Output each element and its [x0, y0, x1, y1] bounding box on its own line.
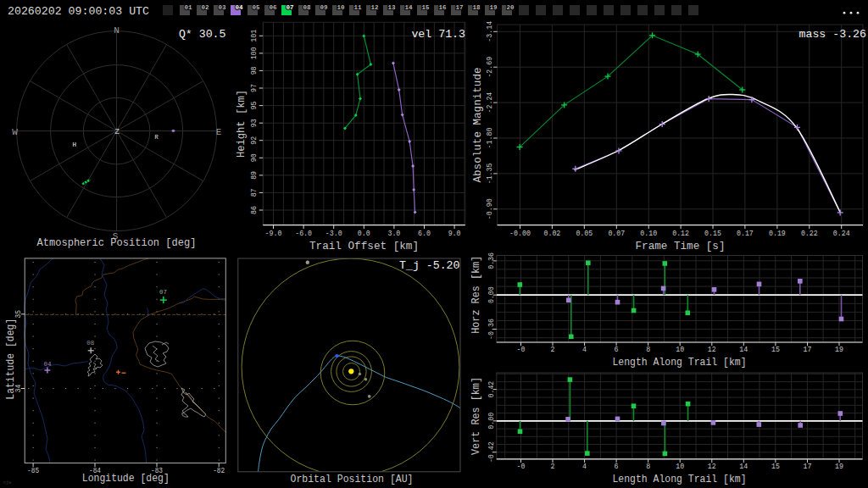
svg-text:07: 07 — [287, 4, 294, 11]
svg-text:16: 16 — [439, 4, 447, 11]
svg-text:T_j -5.20: T_j -5.20 — [399, 259, 460, 272]
svg-text:14: 14 — [739, 463, 748, 471]
svg-text:4: 4 — [582, 463, 587, 471]
svg-text:Z: Z — [114, 127, 120, 136]
svg-text:W: W — [12, 127, 18, 137]
svg-text:15: 15 — [771, 346, 780, 354]
svg-text:E: E — [216, 127, 222, 137]
svg-text:6.0: 6.0 — [418, 230, 431, 238]
svg-text:-3.0: -3.0 — [326, 230, 342, 238]
svg-text:-0.90: -0.90 — [486, 198, 494, 219]
svg-text:0.02: 0.02 — [544, 230, 561, 238]
svg-text:2: 2 — [551, 346, 555, 354]
svg-text:8: 8 — [646, 346, 650, 354]
svg-text:Longitude [deg]: Longitude [deg] — [82, 473, 170, 485]
svg-text:0.24: 0.24 — [833, 230, 850, 238]
svg-text:17: 17 — [804, 346, 812, 354]
svg-text:6: 6 — [615, 463, 619, 471]
svg-text:0.00: 0.00 — [487, 413, 496, 430]
svg-text:98: 98 — [250, 66, 259, 75]
svg-text:-6.0: -6.0 — [295, 230, 312, 238]
svg-text:17: 17 — [804, 463, 812, 471]
svg-text:2: 2 — [551, 463, 555, 471]
svg-text:12: 12 — [708, 346, 716, 354]
svg-text:12: 12 — [708, 463, 716, 471]
svg-text:Latitude [deg]: Latitude [deg] — [5, 319, 17, 400]
svg-text:4: 4 — [582, 346, 587, 354]
svg-text:-82: -82 — [213, 467, 225, 475]
svg-text:9.0: 9.0 — [448, 230, 461, 238]
svg-text:19: 19 — [490, 4, 498, 11]
svg-text:04: 04 — [236, 4, 243, 11]
svg-text:07: 07 — [159, 289, 167, 296]
svg-text:0.15: 0.15 — [704, 230, 721, 238]
svg-text:12: 12 — [371, 4, 379, 11]
svg-text:15: 15 — [771, 463, 780, 471]
svg-text:Atmospheric Position [deg]: Atmospheric Position [deg] — [37, 237, 197, 249]
svg-text:Absolute Magnitude: Absolute Magnitude — [472, 68, 484, 183]
svg-text:vel 71.3: vel 71.3 — [411, 28, 465, 41]
svg-text:35: 35 — [14, 310, 23, 319]
svg-text:19: 19 — [835, 463, 843, 471]
svg-text:86: 86 — [250, 206, 259, 214]
svg-text:-1.35: -1.35 — [486, 164, 494, 185]
svg-text:06: 06 — [270, 4, 277, 11]
svg-text:-0: -0 — [517, 346, 526, 354]
svg-text:6: 6 — [615, 346, 619, 354]
svg-text:14: 14 — [739, 346, 748, 354]
svg-text:-2.24: -2.24 — [486, 92, 494, 114]
svg-text:0.12: 0.12 — [672, 230, 689, 238]
svg-text:11: 11 — [354, 4, 362, 11]
svg-text:-0.42: -0.42 — [487, 441, 496, 463]
svg-text:0.36: 0.36 — [487, 252, 496, 269]
svg-text:87: 87 — [250, 188, 259, 197]
svg-text:01: 01 — [185, 4, 192, 11]
svg-text:-9.0: -9.0 — [265, 230, 282, 238]
svg-text:N: N — [114, 25, 120, 36]
svg-text:10: 10 — [337, 4, 345, 11]
svg-text:0.0: 0.0 — [358, 230, 370, 238]
svg-text:05: 05 — [253, 4, 260, 11]
svg-text:97: 97 — [250, 84, 259, 92]
svg-text:17: 17 — [456, 4, 464, 11]
svg-text:0.07: 0.07 — [608, 230, 625, 238]
svg-text:95: 95 — [250, 102, 259, 110]
svg-text:mass -3.26: mass -3.26 — [799, 28, 867, 41]
svg-text:-3.14: -3.14 — [486, 21, 494, 42]
svg-text:-85: -85 — [27, 467, 39, 475]
svg-text:Length Along Trail [km]: Length Along Trail [km] — [613, 357, 747, 369]
svg-text:20260202 09:00:03 UTC: 20260202 09:00:03 UTC — [8, 5, 149, 18]
svg-text:90: 90 — [250, 153, 259, 162]
svg-text:3.0: 3.0 — [387, 230, 400, 238]
svg-text:08: 08 — [86, 340, 94, 347]
svg-text:0.42: 0.42 — [487, 381, 496, 398]
svg-text:Length Along Trail [km]: Length Along Trail [km] — [613, 474, 747, 485]
svg-text:18: 18 — [473, 4, 481, 11]
svg-text:-0.00: -0.00 — [509, 230, 531, 238]
svg-text:13: 13 — [388, 4, 396, 11]
svg-text:20: 20 — [507, 4, 515, 11]
svg-text:-0: -0 — [517, 463, 526, 471]
svg-text:-1.80: -1.80 — [486, 128, 494, 149]
svg-text:101: 101 — [250, 30, 259, 42]
svg-text:0.10: 0.10 — [640, 230, 657, 238]
svg-text:10: 10 — [676, 346, 684, 354]
svg-text:08: 08 — [303, 4, 311, 11]
svg-text:Horz Res [km]: Horz Res [km] — [470, 256, 482, 334]
svg-text:92: 92 — [250, 136, 259, 145]
svg-text:0.00: 0.00 — [487, 286, 496, 303]
svg-text:10: 10 — [676, 463, 684, 471]
svg-text:njw: njw — [3, 480, 13, 485]
svg-text:93: 93 — [250, 119, 259, 127]
svg-text:-2.69: -2.69 — [486, 57, 494, 78]
svg-text:Q* 30.5: Q* 30.5 — [179, 28, 226, 41]
svg-text:Trail Offset [km]: Trail Offset [km] — [309, 241, 419, 252]
svg-text:03: 03 — [219, 4, 226, 11]
svg-text:89: 89 — [250, 171, 259, 180]
svg-text:19: 19 — [835, 346, 843, 354]
svg-text:0.17: 0.17 — [737, 230, 754, 238]
svg-text:02: 02 — [202, 4, 209, 11]
svg-text:0.22: 0.22 — [801, 230, 818, 238]
svg-text:Vert Res [km]: Vert Res [km] — [470, 377, 482, 455]
svg-text:14: 14 — [405, 4, 413, 11]
